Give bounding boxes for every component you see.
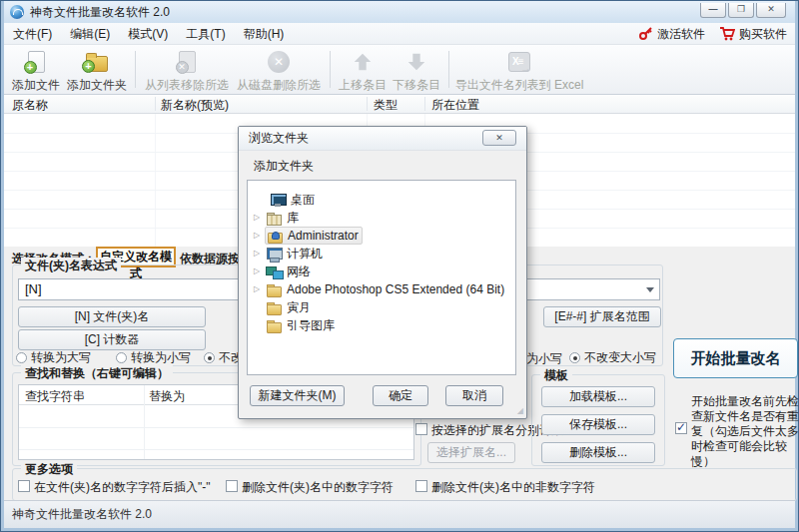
find-replace-group-label: 查找和替换（右键可编辑）	[21, 365, 173, 382]
chevron-down-icon[interactable]	[642, 281, 657, 297]
check-duplicates-checkbox[interactable]	[675, 421, 687, 434]
status-text: 神奇文件批量改名软件 2.0	[12, 506, 152, 523]
menu-mode[interactable]: 模式(V)	[119, 23, 177, 45]
status-bar: 神奇文件批量改名软件 2.0	[4, 500, 795, 528]
export-excel-button[interactable]: 导出文件名列表到 Excel	[454, 45, 584, 94]
app-icon	[10, 5, 24, 19]
cancel-button[interactable]: 取消	[445, 385, 503, 406]
dialog-heading: 添加文件夹	[254, 158, 314, 175]
menu-tools[interactable]: 工具(T)	[177, 23, 234, 45]
tree-item-folder[interactable]: 寅月	[248, 298, 515, 316]
counter-button[interactable]: [C] 计数器	[18, 329, 206, 350]
radio-name-uppercase[interactable]: 转换为大写	[16, 349, 91, 366]
ext-range-button[interactable]: [E#-#] 扩展名范围	[543, 306, 661, 327]
toolbar-separator	[448, 51, 449, 88]
col-type[interactable]: 类型	[374, 97, 398, 114]
col-new-name[interactable]: 新名称(预览)	[161, 97, 229, 114]
buy-software-button[interactable]: 购买软件	[719, 26, 787, 43]
col-original-name[interactable]: 原名称	[12, 97, 48, 114]
add-folder-button[interactable]: 添加文件夹	[64, 45, 130, 94]
toolbar-separator	[135, 51, 136, 88]
folder-icon	[266, 317, 282, 333]
col-location[interactable]: 所在位置	[431, 97, 479, 114]
move-up-icon	[350, 49, 376, 75]
new-folder-button[interactable]: 新建文件夹(M)	[250, 385, 345, 406]
expression-value: [N]	[25, 281, 42, 296]
user-folder-icon	[267, 228, 283, 244]
computer-icon	[266, 246, 282, 262]
remove-non-digits-checkbox[interactable]: 删除文件(夹)名中的非数字字符	[415, 479, 595, 496]
toolbar-separator	[330, 51, 331, 88]
key-icon	[639, 27, 653, 41]
delete-from-disk-icon	[266, 49, 292, 75]
dialog-title: 浏览文件夹	[249, 130, 309, 147]
expression-group-label: 文件(夹)名表达式	[21, 258, 121, 274]
col-replace-with[interactable]: 替换为	[149, 388, 185, 405]
minimize-button[interactable]	[700, 3, 726, 18]
browse-folder-dialog: 浏览文件夹 添加文件夹 桌面 库 Administrator	[238, 126, 527, 419]
tree-item-administrator[interactable]: Administrator	[248, 227, 515, 245]
radio-ext-keep-case[interactable]: 不改变大小写	[569, 349, 656, 366]
resize-grip[interactable]: ◢	[517, 406, 523, 415]
activate-software-button[interactable]: 激活软件	[639, 26, 705, 43]
menu-edit[interactable]: 编辑(E)	[61, 23, 119, 45]
close-button[interactable]	[756, 3, 786, 18]
tree-item-folder[interactable]: 引导图库	[248, 316, 515, 334]
folder-icon	[266, 281, 282, 297]
save-template-button[interactable]: 保存模板...	[541, 414, 655, 435]
add-folder-icon	[84, 49, 110, 75]
network-icon	[266, 264, 282, 279]
start-batch-rename-button[interactable]: 开始批量改名	[673, 338, 798, 378]
export-excel-icon	[506, 49, 532, 75]
select-extension-button[interactable]: 选择扩展名...	[427, 442, 515, 463]
insert-name-button[interactable]: [N] 文件(夹)名	[18, 306, 206, 327]
radio-ext-lowercase-partial[interactable]: 为小写	[526, 350, 562, 367]
folder-tree[interactable]: 桌面 库 Administrator 计算机	[247, 180, 516, 375]
more-options-group-label: 更多选项	[21, 461, 77, 478]
expander-icon[interactable]	[254, 280, 266, 298]
dialog-close-icon[interactable]	[482, 130, 516, 146]
tree-item-photoshop-folder[interactable]: Adobe Photoshop CS5 Extended (64 Bit)	[248, 280, 515, 298]
duplicate-check-note: 开始批量改名前先检查新文件名是否有重复（勾选后文件太多时检查可能会比较慢）	[691, 394, 799, 469]
col-find-string[interactable]: 查找字符串	[25, 388, 85, 405]
remove-selected-button[interactable]: 从列表移除所选	[141, 45, 233, 94]
folder-icon	[266, 299, 282, 315]
load-template-button[interactable]: 加载模板...	[541, 386, 655, 407]
remove-selected-icon	[174, 49, 200, 75]
tree-item-desktop[interactable]: 桌面	[248, 191, 515, 209]
delete-from-disk-button[interactable]: 从磁盘删除所选	[233, 45, 325, 94]
app-window: 神奇文件批量改名软件 2.0 文件(F) 编辑(E) 模式(V) 工具(T) 帮…	[0, 0, 799, 532]
template-group-label: 模板	[540, 367, 572, 384]
maximize-button[interactable]	[728, 3, 754, 18]
window-controls	[698, 3, 786, 18]
tree-item-libraries[interactable]: 库	[248, 209, 515, 227]
expander-icon[interactable]	[254, 245, 266, 263]
move-down-icon	[403, 49, 429, 75]
add-file-button[interactable]: 添加文件	[8, 45, 64, 94]
toolbar: 添加文件 添加文件夹 从列表移除所选 从磁盘删除所选 上移条目 下移条目 导出文…	[4, 45, 795, 95]
delete-template-button[interactable]: 删除模板...	[541, 442, 655, 463]
menu-bar: 文件(F) 编辑(E) 模式(V) 工具(T) 帮助(H) 激活软件 购买软件	[4, 23, 795, 45]
add-file-icon	[23, 49, 49, 75]
cart-icon	[719, 27, 735, 41]
expander-icon[interactable]	[254, 209, 266, 227]
file-list-header: 原名称 新名称(预览) 类型 所在位置	[4, 95, 795, 114]
tree-item-network[interactable]: 网络	[248, 263, 515, 280]
desktop-icon	[270, 192, 286, 208]
title-bar: 神奇文件批量改名软件 2.0	[4, 1, 795, 23]
tree-item-computer[interactable]: 计算机	[248, 245, 515, 263]
insert-dash-checkbox[interactable]: 在文件(夹)名的数字字符后插入"-"	[18, 479, 211, 496]
menu-help[interactable]: 帮助(H)	[235, 23, 294, 45]
move-up-button[interactable]: 上移条目	[336, 45, 390, 94]
expander-icon[interactable]	[254, 263, 266, 280]
menu-file[interactable]: 文件(F)	[4, 23, 61, 45]
libraries-icon	[266, 210, 282, 226]
window-title: 神奇文件批量改名软件 2.0	[30, 4, 170, 21]
radio-name-lowercase[interactable]: 转换为小写	[116, 349, 191, 366]
ok-button[interactable]: 确定	[373, 385, 428, 406]
move-down-button[interactable]: 下移条目	[390, 45, 443, 94]
remove-digits-checkbox[interactable]: 删除文件(夹)名中的数字字符	[226, 479, 394, 496]
